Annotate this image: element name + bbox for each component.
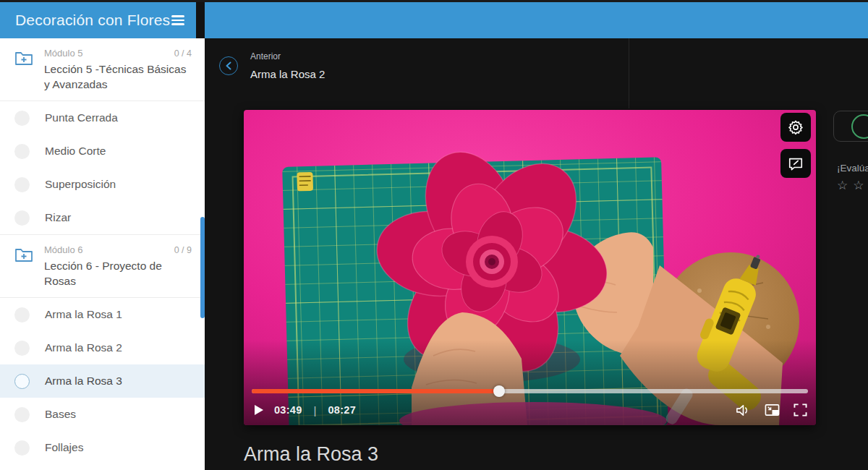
- course-header: Decoración con Flores: [0, 2, 196, 38]
- sidebar-lesson-item[interactable]: Superposición: [0, 168, 205, 201]
- rating-star[interactable]: ☆: [837, 179, 848, 192]
- video-controls: 03:49 | 08:27: [254, 399, 807, 421]
- module-progress-count: 0 / 4: [174, 48, 192, 59]
- progress-thumb[interactable]: [493, 385, 505, 397]
- lesson-status-circle: [14, 307, 30, 322]
- sidebar-lesson-item[interactable]: Medio Corte: [0, 134, 205, 168]
- hamburger-icon[interactable]: [171, 15, 184, 25]
- sidebar-lesson-item[interactable]: Arma la Rosa 2: [0, 331, 205, 364]
- progress-fill: [252, 389, 499, 393]
- play-icon: [254, 404, 264, 416]
- folder-plus-icon: [14, 246, 33, 266]
- rating-star[interactable]: ☆: [853, 179, 864, 192]
- lesson-item-label: Punta Cerrada: [45, 111, 118, 124]
- duration: 08:27: [328, 404, 357, 416]
- gear-icon: [788, 119, 804, 135]
- pip-button[interactable]: [765, 403, 780, 416]
- lesson-item-label: Rizar: [45, 211, 71, 224]
- folder-plus-icon: [14, 49, 33, 69]
- lesson-status-circle: [14, 440, 30, 456]
- lesson-title: Arma la Rosa 3: [244, 443, 378, 466]
- lesson-status-circle: [14, 144, 30, 159]
- lesson-item-label: Medio Corte: [45, 145, 106, 158]
- rating-widget: ¡Evalúa ☆☆☆: [837, 163, 868, 193]
- lesson-item-label: Arma la Rosa 1: [45, 308, 122, 321]
- previous-lesson-nav: Anterior Arma la Rosa 2: [219, 51, 325, 80]
- lesson-item-label: Follajes: [45, 441, 83, 454]
- sidebar-lesson-item[interactable]: Punta Cerrada: [0, 101, 205, 134]
- rating-stars: ☆☆☆: [837, 178, 868, 193]
- previous-label: Anterior: [250, 51, 325, 61]
- module-header[interactable]: Módulo 6 0 / 9 Lección 6 - Proyecto de R…: [0, 234, 205, 298]
- module-label: Módulo 5: [44, 48, 82, 59]
- time-separator: |: [312, 404, 318, 416]
- main-content: Anterior Arma la Rosa 2: [205, 38, 868, 470]
- lesson-status-circle: [14, 374, 30, 389]
- video-frame: [244, 110, 816, 425]
- lesson-status-circle: [14, 177, 30, 192]
- app-window: Decoración con Flores Módulo 5 0 / 4 Lec…: [0, 0, 868, 470]
- completion-circle-button[interactable]: [851, 114, 868, 139]
- lesson-item-label: Superposición: [45, 178, 116, 191]
- module-label: Módulo 6: [44, 244, 82, 255]
- sidebar-lesson-item[interactable]: Arma la Rosa 1: [0, 298, 205, 331]
- sidebar-lesson-item[interactable]: Rizar: [0, 201, 205, 234]
- volume-button[interactable]: [736, 403, 751, 417]
- module-header[interactable]: Módulo 5 0 / 4 Lección 5 -Técnicas Básic…: [0, 38, 205, 101]
- comment-button[interactable]: [780, 149, 811, 178]
- lesson-status-circle: [14, 407, 30, 422]
- play-button[interactable]: [254, 404, 264, 416]
- sidebar-lesson-item[interactable]: Bases: [0, 398, 205, 431]
- settings-button[interactable]: [780, 113, 811, 142]
- previous-lesson-link[interactable]: Arma la Rosa 2: [250, 68, 325, 80]
- course-title: Decoración con Flores: [15, 12, 170, 29]
- lesson-status-circle: [14, 111, 30, 126]
- fullscreen-icon: [793, 403, 807, 416]
- rating-prompt: ¡Evalúa: [837, 163, 868, 174]
- current-time: 03:49: [274, 404, 302, 416]
- header-divider: [629, 38, 629, 108]
- video-progress-bar[interactable]: [252, 386, 808, 396]
- lesson-status-circle: [14, 210, 30, 226]
- picture-in-picture-icon: [765, 403, 780, 416]
- sidebar-lesson-item[interactable]: Arma la Rosa 3: [0, 364, 205, 398]
- sidebar-lesson-list: Módulo 5 0 / 4 Lección 5 -Técnicas Básic…: [0, 38, 205, 470]
- module-title: Lección 5 -Técnicas Básicas y Avanzadas: [44, 61, 192, 92]
- volume-icon: [736, 403, 751, 417]
- comment-edit-icon: [788, 155, 804, 171]
- completion-box: [833, 111, 868, 142]
- top-bar: [205, 2, 868, 38]
- chevron-left-icon: [225, 61, 232, 70]
- fullscreen-button[interactable]: [793, 403, 807, 416]
- lesson-item-label: Arma la Rosa 2: [45, 341, 122, 354]
- lesson-item-label: Arma la Rosa 3: [45, 375, 122, 388]
- module-title: Lección 6 - Proyecto de Rosas: [44, 258, 192, 289]
- module-progress-count: 0 / 9: [174, 245, 192, 255]
- sidebar-lesson-item[interactable]: Hojas: [0, 464, 205, 470]
- back-button[interactable]: [219, 56, 238, 75]
- course-sidebar: Módulo 5 0 / 4 Lección 5 -Técnicas Básic…: [0, 38, 205, 470]
- sidebar-lesson-item[interactable]: Follajes: [0, 431, 205, 464]
- lesson-item-label: Bases: [45, 408, 76, 421]
- lesson-status-circle: [14, 341, 30, 356]
- video-player[interactable]: 03:49 | 08:27: [244, 110, 816, 425]
